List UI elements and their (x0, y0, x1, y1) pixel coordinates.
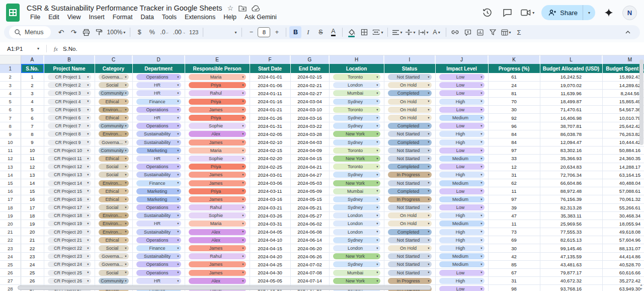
cell-location-dropdown-chip[interactable]: New York▾ (333, 156, 380, 162)
cell-department-dropdown-chip[interactable]: Sustainability▾ (136, 172, 181, 178)
cell-start-date[interactable]: 2024-02-10 (250, 138, 290, 147)
cell-department-dropdown-chip[interactable]: Sustainability▾ (136, 139, 181, 146)
cell-responsible-person-dropdown-chip[interactable]: James▾ (189, 270, 246, 276)
cell-status-dropdown-chip[interactable]: Not Started▾ (388, 131, 432, 137)
cell-location[interactable]: Mumbai▾ (329, 187, 384, 195)
row-number[interactable]: 17 (0, 195, 21, 203)
cell-progress[interactable]: 73 (488, 228, 540, 236)
document-title[interactable]: CSR & Sustainability Performance Tracker… (27, 4, 222, 12)
cell-budget-spent[interactable]: 15,892.43 (602, 73, 644, 81)
column-header-d[interactable]: D (132, 55, 185, 64)
cell-budget-spent[interactable]: 14,289.62 (602, 81, 644, 89)
cell-impact-level[interactable]: Low▾ (435, 269, 488, 277)
cell-impact-level[interactable]: Medium▾ (435, 252, 488, 260)
cell-start-date[interactable]: 2024-04-15 (250, 244, 290, 252)
cell-department-dropdown-chip[interactable]: Finance▾ (136, 180, 181, 186)
cell-location-dropdown-chip[interactable]: Sydney▾ (333, 139, 380, 146)
row-number[interactable]: 3 (0, 81, 21, 89)
header-cell-responsible-person[interactable]: Responsible Person (185, 64, 250, 73)
cell-start-date[interactable]: 2024-01-26 (250, 114, 290, 122)
share-dropdown-button[interactable]: ▾ (583, 5, 595, 20)
menu-insert[interactable]: Insert (86, 13, 108, 21)
cell-status-dropdown-chip[interactable]: In Progress▾ (388, 278, 432, 284)
cell-budget-spent[interactable]: 25,642.42 (602, 122, 644, 130)
cell-category-dropdown-chip[interactable]: Community▾ (99, 148, 129, 154)
cell-impact-level-dropdown-chip[interactable]: Low▾ (439, 107, 485, 113)
cell-location-dropdown-chip[interactable]: London▾ (333, 229, 380, 235)
cell-impact-level-dropdown-chip[interactable]: Low▾ (439, 188, 485, 194)
cell-impact-level-dropdown-chip[interactable]: High▾ (439, 278, 485, 284)
cell-department-dropdown-chip[interactable]: HR▾ (136, 156, 181, 162)
cell-responsible-person-dropdown-chip[interactable]: Rahul▾ (189, 253, 246, 259)
cell-department[interactable]: Sustainability▾ (132, 138, 185, 147)
cell-start-date[interactable]: 2024-01-21 (250, 106, 290, 114)
cell-project-name-dropdown-chip[interactable]: CR Project 13▾ (48, 172, 91, 178)
cell-category-dropdown-chip[interactable]: Environ...▾ (99, 107, 129, 113)
cell-project-name[interactable]: CR Project 19▾ (44, 220, 95, 228)
cell-project-name-dropdown-chip[interactable]: CR Project 3▾ (48, 90, 91, 96)
menu-help[interactable]: Help (220, 13, 240, 21)
menu-ask-gemini[interactable]: Ask Gemini (241, 13, 280, 21)
cell-budget-spent[interactable]: 10,010.79 (602, 114, 644, 122)
cell-budget-allocated[interactable]: 19,070.02 (540, 81, 602, 89)
cell-budget-spent[interactable]: 40,528.70 (602, 260, 644, 268)
share-button[interactable]: Share ▾ (541, 5, 595, 20)
row-number[interactable]: 20 (0, 220, 21, 228)
cell-project-name[interactable]: CR Project 13▾ (44, 171, 95, 179)
row-number[interactable]: 26 (0, 269, 21, 277)
cell-location[interactable]: London▾ (329, 211, 384, 220)
cell-status[interactable]: Completed▾ (384, 187, 435, 195)
cell-project-name[interactable]: CR Project 24▾ (44, 260, 95, 268)
cell-location[interactable]: New York▾ (329, 130, 384, 138)
cell-category[interactable]: Ethical▾ (95, 114, 132, 122)
cell-impact-level[interactable]: Low▾ (435, 203, 488, 211)
cell-impact-level-dropdown-chip[interactable]: Low▾ (439, 123, 485, 129)
cell-impact-level[interactable]: Medium▾ (435, 179, 488, 187)
cell-progress[interactable]: 97 (488, 195, 540, 203)
fill-color-button[interactable] (346, 26, 358, 38)
cell-category[interactable]: Environ...▾ (95, 179, 132, 187)
cell-responsible-person-dropdown-chip[interactable]: Alex▾ (189, 229, 246, 235)
cell-start-date[interactable]: 2024-01-31 (250, 122, 290, 130)
cell-impact-level[interactable]: Low▾ (435, 73, 488, 81)
cell-status[interactable]: On Hold▾ (384, 81, 435, 89)
cell-location-dropdown-chip[interactable]: New York▾ (333, 180, 380, 186)
cell-category-dropdown-chip[interactable]: Ethical▾ (99, 237, 129, 243)
cell-department-dropdown-chip[interactable]: Marketing▾ (136, 148, 181, 154)
cell-location-dropdown-chip[interactable]: Toronto▾ (333, 148, 380, 154)
name-box[interactable]: A1:P1 ▾ (0, 46, 43, 52)
cell-budget-spent[interactable]: 70,061.32 (602, 195, 644, 203)
cell-responsible-person[interactable]: Rahul▾ (185, 252, 250, 260)
cell-sno[interactable]: 1 (21, 73, 44, 81)
cell-responsible-person[interactable]: James▾ (185, 195, 250, 203)
cell-project-name[interactable]: CR Project 10▾ (44, 147, 95, 155)
cell-status[interactable]: On Hold▾ (384, 211, 435, 220)
cell-department[interactable]: Operations▾ (132, 163, 185, 171)
cell-department[interactable]: HR▾ (132, 89, 185, 97)
cell-project-name-dropdown-chip[interactable]: CR Project 6▾ (48, 115, 91, 121)
cell-category[interactable]: Ethical▾ (95, 187, 132, 195)
cell-progress[interactable]: 42 (488, 252, 540, 260)
cell-location[interactable]: Sydney▾ (329, 114, 384, 122)
namebox-dropdown-icon[interactable]: ▾ (37, 46, 39, 51)
format-percent-button[interactable]: % (146, 26, 158, 38)
cell-category-dropdown-chip[interactable]: Ethical▾ (99, 99, 129, 105)
row-number[interactable]: 23 (0, 244, 21, 252)
account-avatar[interactable]: N (622, 6, 637, 20)
cell-location-dropdown-chip[interactable]: Sydney▾ (333, 196, 380, 202)
cell-budget-spent[interactable]: 35,272.42 (602, 277, 644, 285)
cell-sno[interactable]: 12 (21, 163, 44, 171)
cell-impact-level-dropdown-chip[interactable]: Low▾ (439, 204, 485, 210)
cell-start-date[interactable]: 2024-02-05 (250, 130, 290, 138)
cell-location[interactable]: Sydney▾ (329, 98, 384, 106)
cell-budget-allocated[interactable]: 99,145.46 (540, 244, 602, 252)
cell-responsible-person[interactable]: James▾ (185, 106, 250, 114)
cell-responsible-person[interactable]: James▾ (185, 171, 250, 179)
cell-budget-spent[interactable]: 57,604.96 (602, 236, 644, 244)
cell-start-date[interactable]: 2024-04-10 (250, 236, 290, 244)
cell-location-dropdown-chip[interactable]: Sydney▾ (333, 123, 380, 129)
header-cell-impact-level[interactable]: Impact Level (435, 64, 488, 73)
cell-location[interactable]: New York▾ (329, 252, 384, 260)
cell-location-dropdown-chip[interactable]: Mumbai▾ (333, 270, 380, 276)
cell-end-date[interactable]: 2024-04-15 (290, 155, 329, 163)
